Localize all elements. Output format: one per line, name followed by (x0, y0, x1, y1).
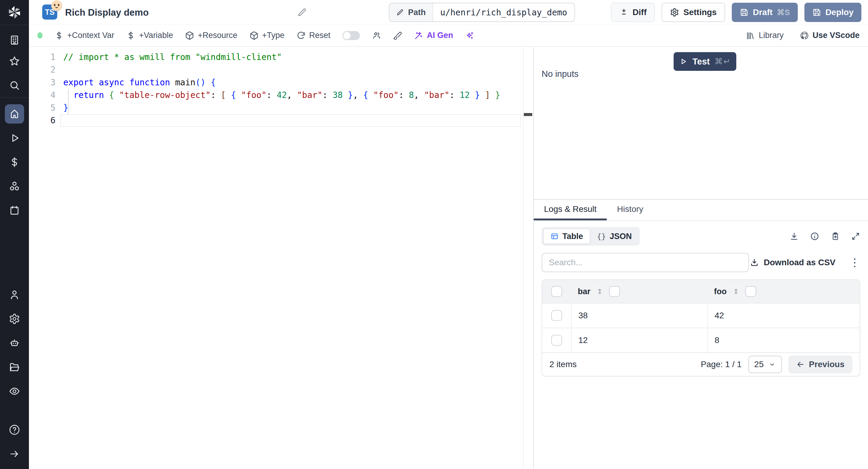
package-icon (185, 31, 194, 40)
sidebar-item-resources[interactable] (0, 174, 29, 198)
table-body: 3842128 (542, 303, 860, 352)
tab-history[interactable]: History (607, 200, 653, 220)
code-line[interactable]: } (63, 101, 500, 114)
test-button[interactable]: Test ⌘↵ (674, 52, 736, 71)
editor-toolbar: +Context Var +Variable +Resource +Type R… (29, 25, 868, 47)
top-bar: TS Rich Display demo Path u/henri/rich_d… (29, 0, 868, 25)
view-toggle-table[interactable]: Table (543, 228, 590, 244)
deploy-button[interactable]: Deploy (804, 3, 861, 22)
view-toggle: Table {} JSON (541, 227, 640, 246)
arrow-left-icon (796, 360, 805, 369)
home-icon (9, 108, 20, 119)
sidebar-item-settings[interactable] (0, 307, 29, 331)
format-button[interactable] (393, 31, 402, 40)
download-csv-button[interactable]: Download as CSV (750, 258, 835, 268)
download-icon[interactable] (789, 232, 799, 241)
reset-button[interactable]: Reset (297, 31, 331, 40)
users-icon (372, 31, 381, 40)
ai-sparkles-button[interactable] (465, 31, 474, 40)
info-icon[interactable] (810, 232, 819, 241)
kebab-menu[interactable]: ⋮ (849, 258, 860, 267)
sidebar-item-workers[interactable] (0, 331, 29, 355)
library-button[interactable]: Library (746, 31, 784, 40)
previous-page-button[interactable]: Previous (788, 355, 852, 373)
sidebar-item-audit-logs[interactable] (0, 379, 29, 403)
table-row: 3842 (542, 303, 860, 327)
search-icon (9, 80, 20, 91)
diff-button-label: Diff (632, 7, 647, 17)
code-line[interactable] (63, 114, 500, 127)
ai-gen-button[interactable]: AI Gen (414, 31, 453, 40)
page-size-select[interactable]: 25 (748, 356, 782, 373)
diff-icon (619, 8, 628, 17)
sidebar-item-favorites[interactable] (0, 49, 29, 73)
gear-icon (670, 8, 679, 17)
use-vscode-button[interactable]: Use VScode (800, 31, 860, 40)
sidebar-item-help[interactable] (0, 418, 29, 442)
path-value[interactable]: u/henri/rich_display_demo (433, 3, 575, 22)
row-checkbox[interactable] (551, 335, 562, 346)
add-resource-label: +Resource (198, 31, 237, 40)
search-input[interactable] (541, 253, 749, 272)
add-type-button[interactable]: +Type (250, 31, 284, 40)
column-label: bar (578, 287, 590, 296)
sidebar-item-workspace[interactable] (0, 25, 29, 49)
no-inputs-message: No inputs (541, 69, 579, 79)
pencil-icon (297, 7, 307, 18)
draft-button-label: Draft (753, 7, 772, 17)
view-toggle-table-label: Table (562, 232, 583, 241)
sidebar-item-search[interactable] (0, 73, 29, 97)
pencil-icon (396, 8, 404, 16)
result-table: bar foo 3842128 2 items Page: 1 / 1 (541, 279, 860, 376)
bot-icon (9, 337, 20, 349)
github-icon (800, 31, 809, 40)
column-header-foo[interactable]: foo (707, 280, 860, 303)
save-icon (812, 8, 821, 17)
edit-summary-button[interactable] (297, 7, 307, 18)
column-filter-checkbox[interactable] (745, 286, 756, 297)
code-line[interactable]: export async function main() { (63, 76, 500, 89)
column-filter-checkbox[interactable] (609, 286, 620, 297)
code-content[interactable]: // import * as wmill from "windmill-clie… (63, 51, 500, 127)
select-all-checkbox[interactable] (551, 286, 562, 297)
maximize-icon[interactable] (851, 232, 860, 241)
code-line[interactable] (63, 64, 500, 76)
items-count: 2 items (550, 359, 577, 369)
sidebar-item-runs[interactable] (0, 126, 29, 150)
language-badge-typescript: TS (42, 4, 57, 20)
add-resource-button[interactable]: +Resource (185, 31, 237, 40)
status-dot (37, 32, 42, 39)
add-variable-button[interactable]: +Variable (126, 31, 173, 40)
sidebar-item-home[interactable] (0, 102, 29, 126)
sidebar-item-variables[interactable] (0, 150, 29, 174)
draft-button[interactable]: Draft ⌘S (732, 3, 798, 22)
multiplayer-button[interactable] (372, 31, 381, 40)
line-number: 1 (29, 51, 56, 64)
sidebar-item-schedules[interactable] (0, 198, 29, 222)
sidebar-item-users[interactable] (0, 283, 29, 307)
page-indicator: Page: 1 / 1 (701, 359, 741, 369)
path-chip[interactable]: Path u/henri/rich_display_demo (389, 3, 575, 22)
view-toggle-json-label: JSON (610, 232, 632, 241)
code-editor[interactable]: 123456 // import * as wmill from "windmi… (29, 47, 533, 469)
column-header-bar[interactable]: bar (571, 280, 707, 303)
diff-button[interactable]: Diff (611, 3, 655, 22)
settings-button[interactable]: Settings (661, 3, 725, 22)
code-line[interactable]: // import * as wmill from "windmill-clie… (63, 51, 500, 64)
sidebar-item-folders[interactable] (0, 355, 29, 379)
sidebar-expand-button[interactable] (0, 442, 29, 466)
clipboard-copy-icon[interactable] (831, 232, 840, 241)
view-toggle-json[interactable]: {} JSON (590, 228, 639, 244)
tab-logs-result[interactable]: Logs & Result (534, 200, 607, 220)
assistant-toggle[interactable] (342, 31, 360, 40)
row-checkbox[interactable] (551, 310, 562, 321)
sort-icon[interactable] (596, 287, 604, 295)
code-line[interactable]: return { "table-row-object": [ { "foo": … (63, 89, 500, 101)
path-label-segment[interactable]: Path (390, 3, 433, 22)
windmill-logo[interactable] (0, 0, 29, 25)
script-emoji (51, 0, 62, 11)
calendar-icon (9, 205, 20, 216)
add-context-var-button[interactable]: +Context Var (55, 31, 114, 40)
sort-icon[interactable] (732, 287, 740, 295)
add-context-var-label: +Context Var (67, 31, 114, 40)
